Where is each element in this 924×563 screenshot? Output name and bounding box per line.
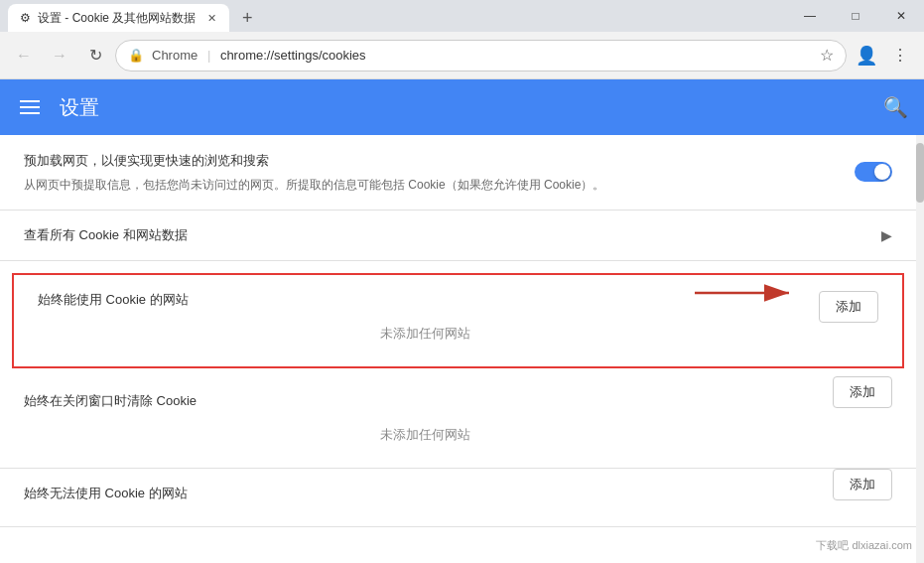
omnibox[interactable]: 🔒 Chrome | chrome://settings/cookies ☆ [115,40,847,71]
clear-on-exit-title: 始终在关闭窗口时清除 Cookie [24,392,827,410]
settings-content: 预加载网页，以便实现更快速的浏览和搜索 从网页中预提取信息，包括您尚未访问过的网… [0,135,916,563]
block-cookies-title: 始终无法使用 Cookie 的网站 [24,485,827,502]
gear-icon: ⚙ [20,11,31,25]
view-cookies-row[interactable]: 查看所有 Cookie 和网站数据 ▶ [0,211,916,261]
window-controls: — □ ✕ [787,0,924,32]
hamburger-menu-button[interactable] [16,96,44,118]
tab-close-button[interactable]: ✕ [203,10,219,26]
allow-cookies-section: 始终能使用 Cookie 的网站 未添加任何网站 添加 [12,273,904,368]
clear-on-exit-empty: 未添加任何网站 [24,418,827,452]
titlebar: ⚙ 设置 - Cookie 及其他网站数据 ✕ + — □ ✕ [0,0,924,32]
allow-cookies-title: 始终能使用 Cookie 的网站 [38,291,813,309]
main-content: 预加载网页，以便实现更快速的浏览和搜索 从网页中预提取信息，包括您尚未访问过的网… [0,135,924,563]
titlebar-left: ⚙ 设置 - Cookie 及其他网站数据 ✕ + [0,0,261,32]
chrome-header: 设置 🔍 [0,79,924,135]
maximize-button[interactable]: □ [833,0,878,32]
toggle-switch[interactable] [855,162,892,182]
url-prefix: Chrome [152,48,198,63]
search-icon[interactable]: 🔍 [883,95,908,119]
bookmark-star-icon[interactable]: ☆ [820,46,834,65]
refresh-button[interactable]: ↻ [79,40,111,71]
chevron-right-icon: ▶ [881,227,892,243]
preload-title: 预加载网页，以便实现更快速的浏览和搜索 [24,151,837,172]
clear-on-exit-section: 始终在关闭窗口时清除 Cookie 未添加任何网站 添加 [0,376,916,469]
site-sections-container: 始终能使用 Cookie 的网站 未添加任何网站 添加 始终在关闭窗口时清除 C… [0,273,916,527]
lock-icon: 🔒 [128,48,144,63]
clear-on-exit-add-button[interactable]: 添加 [833,376,892,408]
allow-cookies-add-button[interactable]: 添加 [819,291,878,323]
back-icon: ← [16,47,32,65]
allow-cookies-empty: 未添加任何网站 [38,317,813,351]
url-path: chrome://settings/cookies [220,48,366,63]
view-cookies-text: 查看所有 Cookie 和网站数据 [24,226,188,244]
addressbar: ← → ↻ 🔒 Chrome | chrome://settings/cooki… [0,32,924,79]
scrollbar-thumb[interactable] [916,143,924,203]
toolbar-right: 👤 ⋮ [851,40,916,71]
url-text: Chrome | chrome://settings/cookies [152,48,812,63]
preload-section: 预加载网页，以便实现更快速的浏览和搜索 从网页中预提取信息，包括您尚未访问过的网… [0,135,916,211]
close-button[interactable]: ✕ [878,0,924,32]
menu-icon: ⋮ [892,46,908,65]
scrollbar[interactable] [916,135,924,563]
refresh-icon: ↻ [89,46,102,65]
preload-subtitle: 从网页中预提取信息，包括您尚未访问过的网页。所提取的信息可能包括 Cookie（… [24,176,837,194]
minimize-button[interactable]: — [787,0,833,32]
tab-area: ⚙ 设置 - Cookie 及其他网站数据 ✕ + [0,0,261,32]
menu-button[interactable]: ⋮ [884,40,916,71]
block-cookies-add-button[interactable]: 添加 [833,469,892,500]
forward-button[interactable]: → [44,40,75,71]
account-icon: 👤 [856,45,877,67]
tab-title: 设置 - Cookie 及其他网站数据 [38,10,196,27]
page-title: 设置 [60,94,867,121]
block-cookies-section: 始终无法使用 Cookie 的网站 添加 [0,469,916,527]
tab-icon: ⚙ [18,11,32,25]
account-button[interactable]: 👤 [851,40,882,71]
new-tab-button[interactable]: + [233,4,261,32]
preload-toggle[interactable] [855,162,892,182]
back-button[interactable]: ← [8,40,40,71]
forward-icon: → [52,47,67,65]
active-tab[interactable]: ⚙ 设置 - Cookie 及其他网站数据 ✕ [8,4,229,32]
url-separator: | [207,48,210,63]
